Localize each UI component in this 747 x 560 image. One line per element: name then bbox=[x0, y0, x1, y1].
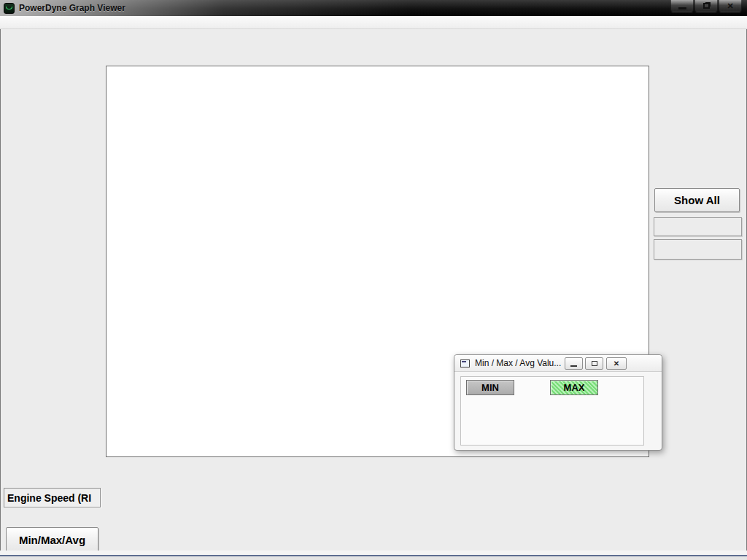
close-icon: ✕ bbox=[727, 1, 733, 11]
minimize-button[interactable] bbox=[670, 0, 694, 12]
minmax-minimize-button[interactable] bbox=[565, 357, 583, 370]
minmax-title-bar[interactable]: Min / Max / Avg Valu... ✕ bbox=[454, 355, 662, 372]
close-button[interactable]: ✕ bbox=[719, 0, 742, 12]
torque-channel-label[interactable] bbox=[654, 217, 742, 236]
app-window: PowerDyne Graph Viewer ✕ Show All Min / … bbox=[0, 0, 747, 560]
window-bottom-edge bbox=[0, 556, 747, 560]
app-icon bbox=[4, 3, 15, 14]
title-bar: PowerDyne Graph Viewer ✕ bbox=[0, 0, 747, 16]
window-controls: ✕ bbox=[670, 0, 742, 12]
minmax-window-icon bbox=[460, 359, 470, 368]
min-toggle-button[interactable]: MIN bbox=[466, 380, 514, 395]
restore-button[interactable] bbox=[694, 0, 718, 12]
show-all-button[interactable]: Show All bbox=[654, 188, 740, 212]
minmax-window-title: Min / Max / Avg Valu... bbox=[475, 358, 561, 368]
restore-icon bbox=[703, 3, 710, 9]
restore-icon bbox=[592, 361, 597, 366]
power-channel-label[interactable] bbox=[654, 239, 742, 260]
menu-bar bbox=[0, 16, 747, 29]
minimize-icon bbox=[678, 7, 686, 9]
minmax-close-button[interactable]: ✕ bbox=[606, 357, 627, 370]
minmaxavg-button[interactable]: Min/Max/Avg bbox=[6, 527, 98, 552]
minmax-restore-button[interactable] bbox=[585, 357, 603, 370]
max-toggle-button[interactable]: MAX bbox=[550, 380, 598, 395]
minmax-values-window[interactable]: Min / Max / Avg Valu... ✕ MIN MAX bbox=[454, 354, 662, 451]
minimize-icon bbox=[570, 365, 577, 367]
x-axis-channel-label: Engine Speed (RI bbox=[7, 492, 91, 504]
window-title: PowerDyne Graph Viewer bbox=[19, 3, 125, 13]
x-axis-channel-box[interactable]: Engine Speed (RI bbox=[4, 488, 101, 508]
close-icon: ✕ bbox=[614, 359, 619, 368]
